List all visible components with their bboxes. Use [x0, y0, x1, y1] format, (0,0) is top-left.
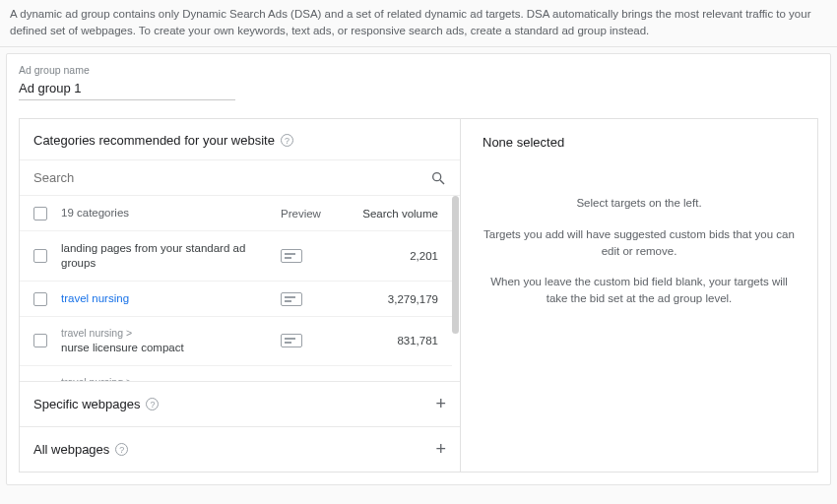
search-volume: 831,781	[350, 335, 438, 346]
specific-webpages-section[interactable]: Specific webpages ? +	[20, 381, 460, 426]
row-checkbox[interactable]	[33, 292, 47, 306]
count-header: 19 categories	[61, 206, 281, 220]
ad-group-name-label: Ad group name	[19, 64, 818, 76]
categories-pane: Categories recommended for your website …	[20, 119, 461, 472]
table-row[interactable]: travel nursing 3,279,179	[20, 282, 452, 317]
specific-webpages-label: Specific webpages	[33, 397, 140, 411]
preview-icon[interactable]	[281, 292, 302, 306]
scrollbar-thumb[interactable]	[452, 196, 459, 334]
selection-pane: None selected Select targets on the left…	[461, 119, 817, 472]
svg-line-1	[440, 180, 444, 184]
select-all-checkbox[interactable]	[33, 207, 47, 220]
preview-icon[interactable]	[281, 334, 302, 347]
selection-hint-2: Targets you add will have suggested cust…	[483, 226, 796, 261]
category-name: nurse licensure compact	[61, 341, 281, 355]
plus-icon[interactable]: +	[435, 439, 446, 460]
categories-header-row: 19 categories Preview Search volume	[20, 196, 452, 231]
search-icon[interactable]	[430, 170, 446, 186]
all-webpages-label: All webpages	[33, 442, 109, 457]
category-name: landing pages from your standard ad grou…	[61, 242, 245, 269]
help-icon[interactable]: ?	[115, 443, 128, 456]
all-webpages-section[interactable]: All webpages ? +	[20, 426, 460, 472]
table-row[interactable]: travel nursing > nurse licensure compact…	[20, 317, 452, 366]
ad-group-name-input[interactable]	[19, 78, 235, 100]
selection-hint-1: Select targets on the left.	[483, 195, 796, 212]
categories-title: Categories recommended for your website	[33, 133, 275, 148]
preview-header: Preview	[281, 208, 350, 220]
category-name[interactable]: travel nursing	[61, 292, 129, 304]
row-checkbox[interactable]	[33, 249, 47, 263]
page-description: A dynamic ad group contains only Dynamic…	[0, 0, 837, 47]
selection-title: None selected	[483, 135, 796, 150]
table-row[interactable]: landing pages from your standard ad grou…	[20, 231, 452, 282]
selection-hint-3: When you leave the custom bid field blan…	[483, 274, 796, 308]
plus-icon[interactable]: +	[435, 394, 446, 414]
svg-point-0	[433, 173, 441, 181]
category-parent: travel nursing >	[61, 376, 281, 382]
row-checkbox[interactable]	[33, 334, 47, 347]
help-icon[interactable]: ?	[146, 398, 159, 410]
ad-group-card: Ad group name Categories recommended for…	[6, 53, 831, 485]
volume-header: Search volume	[350, 208, 438, 220]
search-volume: 3,279,179	[350, 293, 438, 305]
search-volume: 2,201	[350, 250, 438, 262]
search-input[interactable]	[33, 166, 430, 189]
table-row[interactable]: travel nursing > travel nurses 644,163	[20, 366, 452, 382]
preview-icon[interactable]	[281, 249, 302, 263]
category-parent: travel nursing >	[61, 327, 281, 341]
help-icon[interactable]: ?	[281, 134, 293, 147]
